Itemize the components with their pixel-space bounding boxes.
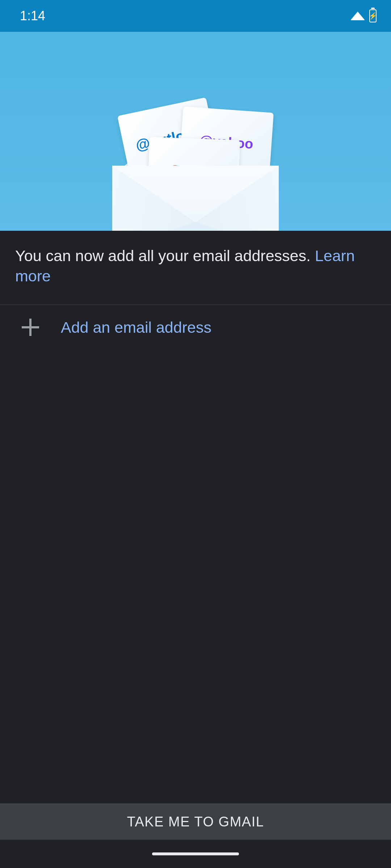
- envelope-illustration: @outlook @yahoo @gmail: [101, 75, 290, 231]
- status-bar: 1:14 ⚡: [0, 0, 391, 32]
- add-email-button[interactable]: Add an email address: [0, 305, 391, 350]
- navigation-bar: [0, 840, 391, 868]
- battery-charging-icon: ⚡: [369, 13, 377, 19]
- info-text: You can now add all your email addresses…: [15, 246, 376, 286]
- status-time: 1:14: [20, 8, 45, 24]
- info-section: You can now add all your email addresses…: [0, 231, 391, 305]
- wifi-icon: [350, 12, 365, 20]
- add-email-label: Add an email address: [61, 319, 211, 336]
- take-me-to-gmail-label: TAKE ME TO GMAIL: [127, 814, 264, 830]
- info-text-main: You can now add all your email addresses…: [15, 247, 315, 264]
- battery-icon: ⚡: [369, 9, 377, 22]
- plus-icon: [22, 319, 39, 336]
- hero-illustration: @outlook @yahoo @gmail: [0, 32, 391, 231]
- take-me-to-gmail-button[interactable]: TAKE ME TO GMAIL: [0, 804, 391, 840]
- nav-handle[interactable]: [152, 852, 239, 855]
- status-icons: ⚡: [350, 9, 377, 22]
